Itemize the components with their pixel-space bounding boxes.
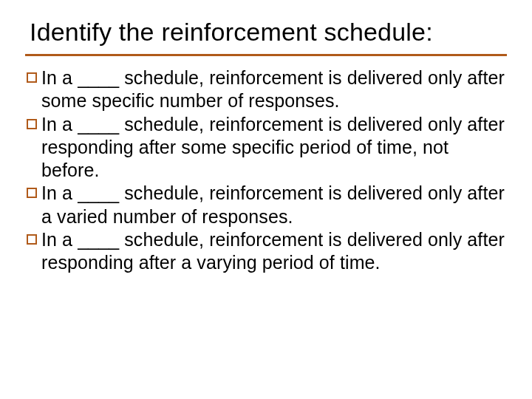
list-item-text: In a ____ schedule, reinforcement is del…	[41, 182, 505, 228]
square-bullet-icon	[27, 119, 37, 129]
list-item: In a ____ schedule, reinforcement is del…	[27, 228, 505, 275]
title-underline	[25, 54, 507, 56]
square-bullet-icon	[27, 188, 37, 198]
slide-body: In a ____ schedule, reinforcement is del…	[25, 66, 507, 274]
list-item: In a ____ schedule, reinforcement is del…	[27, 182, 505, 228]
list-item: In a ____ schedule, reinforcement is del…	[27, 113, 505, 183]
list-item: In a ____ schedule, reinforcement is del…	[27, 66, 505, 113]
slide-title: Identify the reinforcement schedule:	[25, 18, 507, 47]
list-item-text: In a ____ schedule, reinforcement is del…	[41, 66, 505, 113]
list-item-text: In a ____ schedule, reinforcement is del…	[41, 113, 505, 183]
list-item-text: In a ____ schedule, reinforcement is del…	[41, 228, 505, 275]
square-bullet-icon	[27, 72, 37, 83]
square-bullet-icon	[27, 234, 37, 245]
